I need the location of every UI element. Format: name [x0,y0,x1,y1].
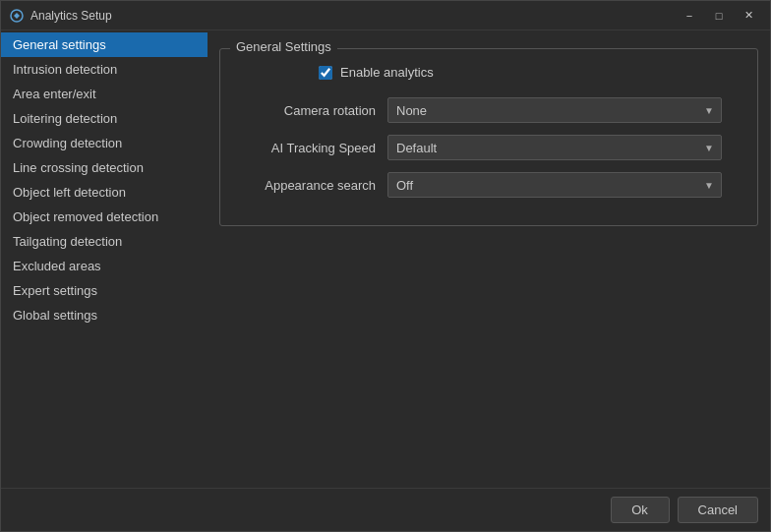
section-title: General Settings [230,39,337,54]
enable-analytics-label: Enable analytics [340,65,434,80]
sidebar-item-area-enter-exit[interactable]: Area enter/exit [1,82,208,106]
sidebar-item-object-removed-detection[interactable]: Object removed detection [1,205,208,229]
ai-tracking-speed-row: AI Tracking Speed Default Fast Slow [240,135,738,160]
enable-analytics-checkbox[interactable] [319,66,332,80]
sidebar-item-crowding-detection[interactable]: Crowding detection [1,131,208,155]
appearance-search-select-wrapper: Off On [387,172,722,198]
sidebar-item-excluded-areas[interactable]: Excluded areas [1,254,208,278]
appearance-search-row: Appearance search Off On [240,172,738,198]
sidebar-item-expert-settings[interactable]: Expert settings [1,278,208,303]
enable-analytics-row: Enable analytics [319,65,738,80]
window-controls: − □ ✕ [676,6,762,26]
camera-rotation-label: Camera rotation [240,103,387,118]
appearance-search-label: Appearance search [240,178,387,193]
camera-rotation-row: Camera rotation None 90° 180° 270° [240,97,738,123]
window: Analytics Setup − □ ✕ General settings I… [0,0,771,532]
sidebar-item-line-crossing-detection[interactable]: Line crossing detection [1,155,208,180]
close-button[interactable]: ✕ [735,6,762,26]
sidebar-item-general-settings[interactable]: General settings [1,32,208,57]
window-title: Analytics Setup [30,9,676,23]
footer: Ok Cancel [1,488,770,531]
general-settings-section: General Settings Enable analytics Camera… [219,48,758,226]
maximize-button[interactable]: □ [705,6,733,26]
ok-button[interactable]: Ok [611,497,670,523]
sidebar-item-intrusion-detection[interactable]: Intrusion detection [1,57,208,82]
sidebar-item-tailgating-detection[interactable]: Tailgating detection [1,229,208,254]
sidebar: General settings Intrusion detection Are… [1,30,208,488]
titlebar: Analytics Setup − □ ✕ [1,1,770,30]
camera-rotation-select[interactable]: None 90° 180° 270° [387,97,722,123]
main-content: General Settings Enable analytics Camera… [208,30,770,488]
sidebar-item-object-left-detection[interactable]: Object left detection [1,180,208,205]
ai-tracking-speed-select-wrapper: Default Fast Slow [387,135,722,160]
camera-rotation-select-wrapper: None 90° 180° 270° [387,97,722,123]
minimize-button[interactable]: − [676,6,703,26]
sidebar-item-loitering-detection[interactable]: Loitering detection [1,106,208,131]
ai-tracking-speed-label: AI Tracking Speed [240,141,387,155]
cancel-button[interactable]: Cancel [678,497,758,523]
sidebar-item-global-settings[interactable]: Global settings [1,303,208,327]
content-area: General settings Intrusion detection Are… [1,30,770,488]
app-icon [9,8,25,24]
appearance-search-select[interactable]: Off On [387,172,722,198]
ai-tracking-speed-select[interactable]: Default Fast Slow [387,135,722,160]
